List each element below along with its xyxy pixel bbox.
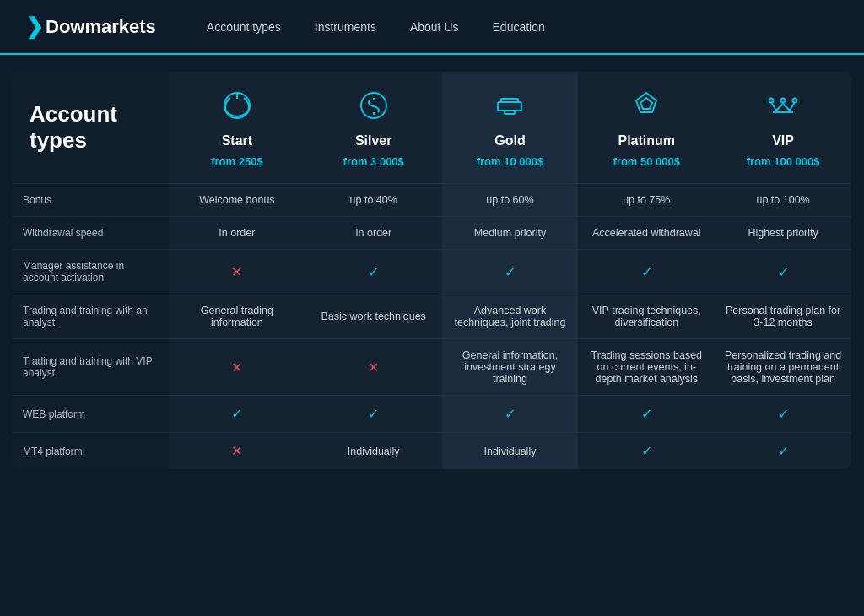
svg-marker-7 [640, 98, 652, 109]
cell-r0-c1: up to 40% [305, 183, 442, 216]
cell-r4-c2: General information, investment strategy… [442, 338, 579, 395]
cell-r0-c2: up to 60% [442, 183, 579, 216]
page-title: Accounttypes [30, 101, 117, 154]
cell-r5-c4: ✓ [715, 395, 851, 432]
account-types-label: Accounttypes [13, 72, 169, 183]
svg-point-9 [781, 99, 786, 103]
col-header-start: Start from 250$ [169, 72, 305, 183]
nav-links: Account types Instruments About Us Educa… [207, 19, 545, 35]
silver-amount: from 3 000$ [343, 155, 404, 168]
nav-education[interactable]: Education [493, 20, 545, 34]
row-label-1: Withdrawal speed [13, 216, 169, 249]
cell-r1-c0: In order [169, 216, 305, 249]
start-icon [220, 89, 254, 127]
cell-r0-c4: up to 100% [715, 183, 851, 216]
vip-icon [766, 89, 800, 127]
check-icon: ✓ [231, 406, 242, 422]
check-icon: ✓ [505, 406, 516, 422]
cross-icon: ✕ [231, 359, 242, 376]
vip-amount: from 100 000$ [747, 155, 820, 168]
check-icon: ✓ [368, 406, 379, 422]
nav-account-types[interactable]: Account types [207, 20, 281, 34]
check-icon: ✓ [505, 264, 516, 280]
logo[interactable]: ❯ Dowmarkets [25, 14, 156, 40]
cross-icon: ✕ [231, 264, 242, 280]
cell-r3-c2: Advanced work techniques, joint trading [442, 294, 579, 338]
cell-r2-c2: ✓ [442, 249, 579, 294]
nav-about-us[interactable]: About Us [410, 20, 459, 34]
cross-icon: ✕ [368, 359, 379, 376]
platinum-amount: from 50 000$ [613, 155, 681, 168]
cell-r5-c1: ✓ [305, 395, 442, 432]
check-icon: ✓ [778, 443, 789, 459]
cell-r2-c4: ✓ [715, 249, 851, 294]
cell-r0-c0: Welcome bonus [169, 183, 305, 216]
cell-r6-c2: Individually [442, 432, 579, 469]
row-label-0: Bonus [13, 183, 169, 216]
main-content: Accounttypes Start from 250$ [0, 55, 864, 486]
gold-icon [493, 89, 526, 127]
cell-r2-c3: ✓ [578, 249, 715, 294]
svg-rect-5 [505, 111, 515, 114]
check-icon: ✓ [641, 443, 652, 459]
navbar: ❯ Dowmarkets Account types Instruments A… [0, 0, 864, 55]
cell-r5-c3: ✓ [578, 395, 715, 432]
check-icon: ✓ [778, 406, 789, 422]
cell-r2-c1: ✓ [305, 249, 442, 294]
cell-r1-c3: Accelerated withdrawal [578, 216, 715, 249]
vip-name: VIP [772, 133, 794, 149]
row-label-2: Manager assistance in account activation [13, 249, 169, 294]
check-icon: ✓ [778, 264, 789, 280]
cell-r6-c1: Individually [305, 432, 442, 469]
check-icon: ✓ [641, 406, 652, 422]
logo-icon: ❯ [25, 14, 44, 40]
cell-r1-c2: Medium priority [442, 216, 579, 249]
cell-r4-c4: Personalized trading and training on a p… [715, 338, 851, 395]
col-header-silver: Silver from 3 000$ [305, 72, 442, 183]
silver-icon [357, 89, 391, 127]
logo-text: Dowmarkets [46, 16, 156, 38]
row-label-4: Trading and training with VIP analyst [13, 338, 169, 395]
cross-icon: ✕ [231, 443, 242, 459]
cell-r4-c1: ✕ [305, 338, 442, 395]
svg-rect-3 [498, 102, 521, 111]
cell-r0-c3: up to 75% [578, 183, 715, 216]
cell-r4-c0: ✕ [169, 338, 305, 395]
col-header-gold: Gold from 10 000$ [442, 72, 579, 183]
cell-r1-c4: Highest priority [715, 216, 851, 249]
cell-r3-c3: VIP trading techniques, diversification [578, 294, 715, 338]
account-types-table: Accounttypes Start from 250$ [13, 72, 851, 469]
col-header-platinum: Platinum from 50 000$ [578, 72, 715, 183]
start-name: Start [222, 133, 252, 149]
row-label-5: WEB platform [13, 395, 169, 432]
cell-r3-c4: Personal trading plan for 3-12 months [715, 294, 851, 338]
check-icon: ✓ [641, 264, 652, 280]
nav-instruments[interactable]: Instruments [315, 20, 376, 34]
gold-name: Gold [494, 133, 525, 149]
svg-point-10 [793, 99, 797, 103]
cell-r6-c4: ✓ [715, 432, 851, 469]
cell-r6-c0: ✕ [169, 432, 305, 469]
gold-amount: from 10 000$ [477, 155, 544, 168]
cell-r1-c1: In order [305, 216, 442, 249]
cell-r5-c2: ✓ [442, 395, 579, 432]
cell-r3-c0: General trading information [169, 294, 305, 338]
cell-r2-c0: ✕ [169, 249, 305, 294]
svg-point-8 [770, 99, 774, 103]
cell-r4-c3: Trading sessions based on current events… [578, 338, 715, 395]
row-label-3: Trading and training with an analyst [13, 294, 169, 338]
check-icon: ✓ [368, 264, 379, 280]
cell-r5-c0: ✓ [169, 395, 305, 432]
cell-r3-c1: Basic work techniques [305, 294, 442, 338]
silver-name: Silver [355, 133, 392, 149]
col-header-vip: VIP from 100 000$ [715, 72, 851, 183]
start-amount: from 250$ [211, 155, 262, 168]
platinum-name: Platinum [618, 133, 676, 149]
platinum-icon [629, 89, 663, 127]
cell-r6-c3: ✓ [578, 432, 715, 469]
svg-rect-4 [501, 99, 518, 102]
row-label-6: MT4 platform [13, 432, 169, 469]
